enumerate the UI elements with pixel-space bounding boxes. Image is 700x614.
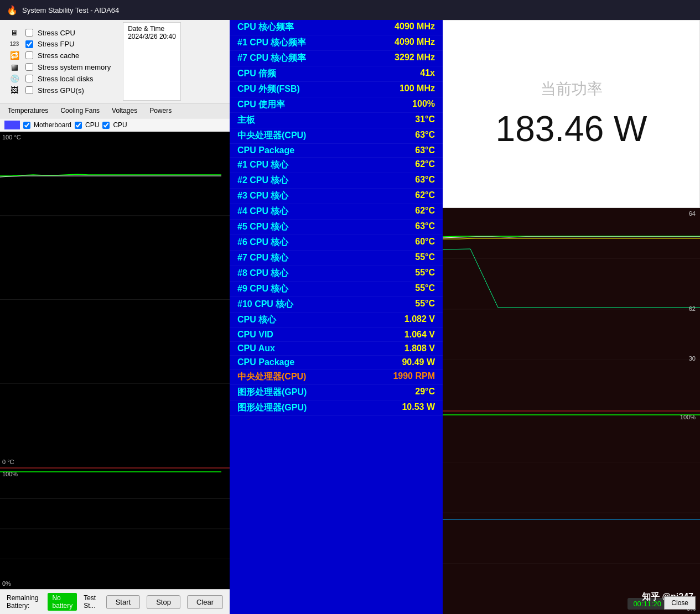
data-row-11: #3 CPU 核心 62°C xyxy=(230,189,443,204)
data-value-2: 3292 MHz xyxy=(395,53,435,64)
pct-100-label: 100% xyxy=(2,471,18,477)
data-label-4: CPU 外频(FSB) xyxy=(237,84,300,95)
data-label-23: 中央处理器(CPU) xyxy=(237,371,306,383)
data-label-22: CPU Package xyxy=(237,357,294,367)
data-row-13: #5 CPU 核心 63°C xyxy=(230,220,443,235)
data-row-24: 图形处理器(GPU) 29°C xyxy=(230,385,443,400)
tabs-row: Temperatures Cooling Fans Voltages Power… xyxy=(0,103,230,118)
data-value-8: 63°C xyxy=(415,145,435,155)
data-value-22: 90.49 W xyxy=(402,357,435,367)
data-label-10: #2 CPU 核心 xyxy=(237,175,288,186)
disk-icon: 💿 xyxy=(8,74,21,83)
stress-cache-label: Stress cache xyxy=(38,51,79,60)
bottom-chart-left: 100% 0% xyxy=(0,467,230,589)
data-row-0: CPU 核心频率 4090 MHz xyxy=(230,20,443,35)
cpu-checkbox[interactable] xyxy=(75,122,82,129)
stress-memory-checkbox[interactable] xyxy=(25,63,33,71)
stress-fpu-label: Stress FPU xyxy=(38,40,74,48)
temp-chart-area: 100 °C 0 °C xyxy=(0,132,230,467)
motherboard-checkbox[interactable] xyxy=(23,122,30,129)
power-label: 当前功率 xyxy=(541,79,603,100)
data-value-25: 10.53 W xyxy=(402,402,435,414)
tab-cooling-fans[interactable]: Cooling Fans xyxy=(55,105,105,117)
clear-button[interactable]: Clear xyxy=(187,595,223,609)
data-value-24: 29°C xyxy=(415,387,435,398)
data-label-18: #10 CPU 核心 xyxy=(237,299,293,310)
bottom-chart-svg-left xyxy=(0,469,230,589)
right-chart-bottom: 100% 0% 00:11:20 知乎 @pj247 Close xyxy=(443,412,700,614)
data-row-3: CPU 倍频 41x xyxy=(230,66,443,82)
data-row-22: CPU Package 90.49 W xyxy=(230,356,443,370)
main-layout: 🖥 Stress CPU 123 Stress FPU 🔁 Stress cac… xyxy=(0,20,700,614)
data-value-5: 100% xyxy=(412,99,435,111)
stress-fpu-row: 123 Stress FPU xyxy=(8,40,111,48)
stress-cpu-row: 🖥 Stress CPU xyxy=(8,28,111,37)
memory-icon: ▦ xyxy=(8,63,21,71)
app-icon: 🔥 xyxy=(7,5,18,15)
right-chart-top-lower: 30 xyxy=(689,355,696,362)
data-value-13: 63°C xyxy=(415,221,435,233)
data-row-8: CPU Package 63°C xyxy=(230,144,443,158)
fpu-icon: 123 xyxy=(8,41,21,47)
data-value-20: 1.064 V xyxy=(405,330,435,340)
tab-powers[interactable]: Powers xyxy=(144,105,177,117)
stress-disks-checkbox[interactable] xyxy=(25,75,33,82)
data-label-20: CPU VID xyxy=(237,330,273,340)
data-label-24: 图形处理器(GPU) xyxy=(237,387,307,398)
data-row-5: CPU 使用率 100% xyxy=(230,97,443,113)
data-value-7: 63°C xyxy=(415,130,435,142)
data-value-15: 55°C xyxy=(415,252,435,264)
right-chart-bottom-svg xyxy=(443,412,700,614)
stress-gpu-label: Stress GPU(s) xyxy=(38,86,84,95)
bottom-charts: 100% 0% xyxy=(0,467,230,589)
data-row-1: #1 CPU 核心频率 4090 MHz xyxy=(230,35,443,51)
stress-gpu-checkbox[interactable] xyxy=(25,86,33,94)
data-label-21: CPU Aux xyxy=(237,344,275,353)
data-label-14: #6 CPU 核心 xyxy=(237,237,288,248)
cpu2-checkbox[interactable] xyxy=(102,122,110,129)
right-top-line-2 xyxy=(443,237,700,238)
stop-button[interactable]: Stop xyxy=(147,595,180,609)
data-row-17: #9 CPU 核心 55°C xyxy=(230,282,443,297)
cpu2-label: CPU xyxy=(113,121,127,129)
power-value: 183.46 W xyxy=(496,108,647,149)
data-value-10: 63°C xyxy=(415,175,435,186)
data-row-16: #8 CPU 核心 55°C xyxy=(230,266,443,282)
right-chart-top-mid: 62 xyxy=(689,305,696,312)
data-label-1: #1 CPU 核心频率 xyxy=(237,37,306,49)
data-value-1: 4090 MHz xyxy=(395,37,435,49)
close-button[interactable]: Close xyxy=(664,596,696,610)
data-value-23: 1990 RPM xyxy=(393,371,435,383)
data-value-4: 100 MHz xyxy=(400,84,435,95)
right-chart-bot-max: 100% xyxy=(680,414,696,420)
battery-badge: No battery xyxy=(48,593,77,611)
stress-disks-label: Stress local disks xyxy=(38,75,93,83)
right-panel: 当前功率 183.46 W 64 62 30 xyxy=(443,20,700,614)
data-row-12: #4 CPU 核心 62°C xyxy=(230,204,443,220)
data-row-25: 图形处理器(GPU) 10.53 W xyxy=(230,400,443,416)
data-label-12: #4 CPU 核心 xyxy=(237,206,288,217)
data-value-6: 31°C xyxy=(415,115,435,126)
data-label-9: #1 CPU 核心 xyxy=(237,159,288,171)
gpu-icon: 🖼 xyxy=(8,86,21,95)
tab-voltages[interactable]: Voltages xyxy=(106,105,143,117)
cache-icon: 🔁 xyxy=(8,51,21,60)
data-value-3: 41x xyxy=(420,68,435,80)
datetime-value: 2024/3/26 20:40 xyxy=(128,33,176,40)
tab-temperatures[interactable]: Temperatures xyxy=(2,105,54,117)
stress-fpu-checkbox[interactable] xyxy=(25,40,33,48)
data-label-5: CPU 使用率 xyxy=(237,99,285,111)
right-chart-top-svg xyxy=(443,208,700,410)
data-value-16: 55°C xyxy=(415,268,435,279)
stress-disks-row: 💿 Stress local disks xyxy=(8,74,111,83)
data-value-12: 62°C xyxy=(415,206,435,217)
data-label-6: 主板 xyxy=(237,115,255,126)
stress-cpu-checkbox[interactable] xyxy=(25,29,33,37)
stress-cache-checkbox[interactable] xyxy=(25,51,33,59)
stress-options-area: 🖥 Stress CPU 123 Stress FPU 🔁 Stress cac… xyxy=(0,20,230,103)
data-row-14: #6 CPU 核心 60°C xyxy=(230,235,443,251)
data-row-20: CPU VID 1.064 V xyxy=(230,328,443,342)
data-row-15: #7 CPU 核心 55°C xyxy=(230,251,443,266)
titlebar: 🔥 System Stability Test - AIDA64 xyxy=(0,0,700,20)
start-button[interactable]: Start xyxy=(106,595,140,609)
